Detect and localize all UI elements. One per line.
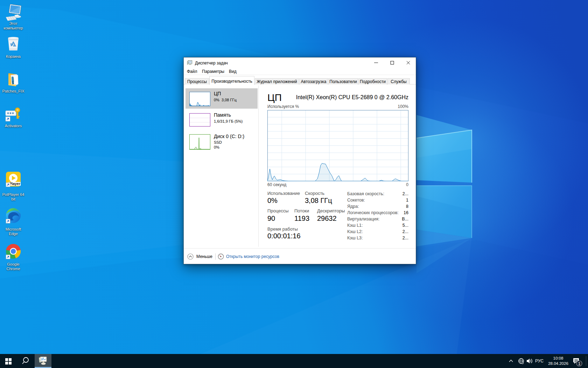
svg-text:1: 1	[578, 361, 581, 366]
svg-text:Player: Player	[9, 182, 20, 186]
